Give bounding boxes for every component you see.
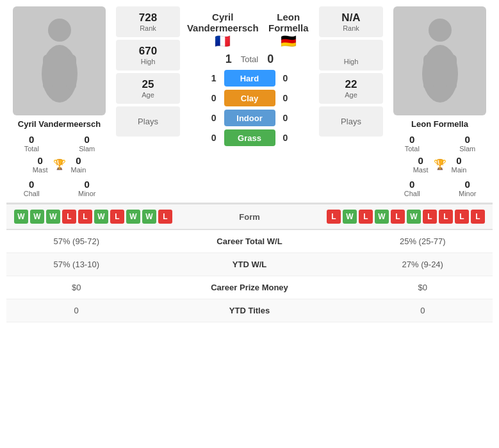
right-minor-stat: 0 Minor — [443, 179, 493, 197]
right-total-stat: 0 Total — [387, 134, 438, 153]
svg-point-4 — [429, 19, 452, 42]
left-player-name: Cyril Vandermeersch — [18, 119, 101, 129]
right-form-badge-1: L — [327, 210, 341, 224]
surface-rows: 1 Hard 0 0 Clay 0 0 Indoor 0 — [184, 70, 315, 146]
right-ytd-wl: 27% (9-24) — [353, 253, 493, 276]
left-main-stat: 0 Main — [71, 155, 86, 174]
player-names-row: Cyril Vandermeersch 🇫🇷 Leon Formella 🇩🇪 — [184, 12, 315, 49]
right-player-stats: 0 Total 0 Slam — [387, 134, 493, 153]
left-age-box: 25 Age — [116, 73, 180, 104]
right-mast-stat: 0 Mast — [413, 155, 429, 174]
center-column: Cyril Vandermeersch 🇫🇷 Leon Formella 🇩🇪 … — [184, 6, 315, 146]
left-player-silhouette — [34, 16, 85, 106]
left-form-badges: W W W L L W L W W L — [14, 210, 172, 224]
left-form-badge-1: W — [14, 210, 28, 224]
stats-table: 57% (95-72) Career Total W/L 25% (25-77)… — [6, 230, 493, 322]
left-form-badge-8: W — [126, 210, 140, 224]
left-player-avatar — [13, 6, 106, 115]
right-rank-box: N/A Rank — [319, 6, 383, 37]
left-chall-stat: 0 Chall — [6, 179, 57, 197]
hard-row: 1 Hard 0 — [184, 70, 315, 87]
left-prize-money: $0 — [6, 276, 146, 299]
left-middle-boxes: 728 Rank 670 High 25 Age Plays — [116, 6, 180, 137]
right-player-card: Leon Formella 0 Total 0 Slam 0 Mast 🏆 — [387, 6, 493, 197]
right-form-badge-3: L — [359, 210, 373, 224]
ytd-titles-label: YTD Titles — [146, 299, 352, 322]
right-slam-stat: 0 Slam — [443, 134, 493, 153]
svg-rect-7 — [446, 54, 457, 90]
total-row: 1 Total 0 — [184, 53, 315, 66]
total-label: Total — [241, 54, 258, 64]
grass-button[interactable]: Grass — [224, 129, 275, 146]
left-player-card: Cyril Vandermeersch 0 Total 0 Slam 0 Mas… — [6, 6, 112, 197]
left-career-total: 57% (95-72) — [6, 230, 146, 253]
left-form-badge-7: L — [110, 210, 124, 224]
career-total-label: Career Total W/L — [146, 230, 352, 253]
left-ytd-wl: 57% (13-10) — [6, 253, 146, 276]
left-form-badge-6: W — [94, 210, 108, 224]
left-chall-minor-stats: 0 Chall 0 Minor — [6, 179, 112, 197]
left-slam-stat: 0 Slam — [62, 134, 113, 153]
left-rank-box: 728 Rank — [116, 6, 180, 37]
svg-point-0 — [48, 19, 71, 42]
right-player-name: Leon Formella — [411, 119, 468, 129]
right-prize-money: $0 — [353, 276, 493, 299]
left-trophy-icon: 🏆 — [53, 158, 66, 170]
right-form-badge-7: L — [423, 210, 437, 224]
right-form-badge-8: L — [439, 210, 453, 224]
left-form-badge-9: W — [142, 210, 156, 224]
left-ytd-titles: 0 — [6, 299, 146, 322]
left-high-box: 670 High — [116, 40, 180, 71]
svg-rect-6 — [423, 54, 434, 90]
prize-money-row: $0 Career Prize Money $0 — [6, 276, 493, 299]
right-chall-minor-stats: 0 Chall 0 Minor — [387, 179, 493, 197]
clay-button[interactable]: Clay — [224, 90, 275, 106]
form-label: Form — [224, 212, 275, 222]
ytd-wl-row: 57% (13-10) YTD W/L 27% (9-24) — [6, 253, 493, 276]
svg-rect-3 — [66, 54, 76, 90]
left-player-header: Cyril Vandermeersch 🇫🇷 — [184, 12, 262, 49]
right-form-badge-4: W — [375, 210, 389, 224]
left-trophy-row: 0 Mast 🏆 0 Main — [33, 155, 86, 174]
indoor-button[interactable]: Indoor — [224, 110, 275, 126]
left-player-stats: 0 Total 0 Slam — [6, 134, 112, 153]
left-total-score: 1 — [225, 53, 232, 66]
right-form-badge-10: L — [471, 210, 485, 224]
right-total-score: 0 — [267, 53, 274, 66]
form-section: W W W L L W L W W L Form L W L W L W L L… — [6, 204, 493, 229]
clay-row: 0 Clay 0 — [184, 90, 315, 106]
left-form-badge-4: L — [62, 210, 76, 224]
right-trophy-icon: 🏆 — [434, 158, 446, 170]
main-container: Cyril Vandermeersch 0 Total 0 Slam 0 Mas… — [0, 0, 499, 329]
indoor-row: 0 Indoor 0 — [184, 110, 315, 126]
right-plays-box: Plays — [319, 106, 383, 137]
right-form-badge-9: L — [455, 210, 469, 224]
left-form-badge-5: L — [78, 210, 92, 224]
ytd-wl-label: YTD W/L — [146, 253, 352, 276]
right-form-badge-5: L — [391, 210, 405, 224]
left-plays-box: Plays — [116, 106, 180, 137]
left-total-stat: 0 Total — [6, 134, 57, 153]
right-age-box: 22 Age — [319, 73, 383, 104]
left-form-badge-10: L — [158, 210, 172, 224]
left-form-badge-3: W — [46, 210, 60, 224]
right-form-badge-2: W — [343, 210, 357, 224]
left-mast-stat: 0 Mast — [33, 155, 48, 174]
svg-rect-2 — [43, 54, 53, 90]
career-total-row: 57% (95-72) Career Total W/L 25% (25-77) — [6, 230, 493, 253]
right-trophy-row: 0 Mast 🏆 0 Main — [413, 155, 467, 174]
right-main-stat: 0 Main — [452, 155, 467, 174]
right-career-total: 25% (25-77) — [353, 230, 493, 253]
right-player-silhouette — [414, 16, 466, 106]
right-form-badge-6: W — [407, 210, 421, 224]
left-minor-stat: 0 Minor — [62, 179, 113, 197]
grass-row: 0 Grass 0 — [184, 129, 315, 146]
right-player-header: Leon Formella 🇩🇪 — [262, 12, 315, 49]
right-middle-boxes: N/A Rank High 22 Age Plays — [319, 6, 383, 137]
hard-button[interactable]: Hard — [224, 70, 275, 87]
prize-money-label: Career Prize Money — [146, 276, 352, 299]
right-high-box: High — [319, 40, 383, 71]
left-form-badge-2: W — [30, 210, 44, 224]
right-form-badges: L W L W L W L L L L — [327, 210, 485, 224]
right-ytd-titles: 0 — [353, 299, 493, 322]
